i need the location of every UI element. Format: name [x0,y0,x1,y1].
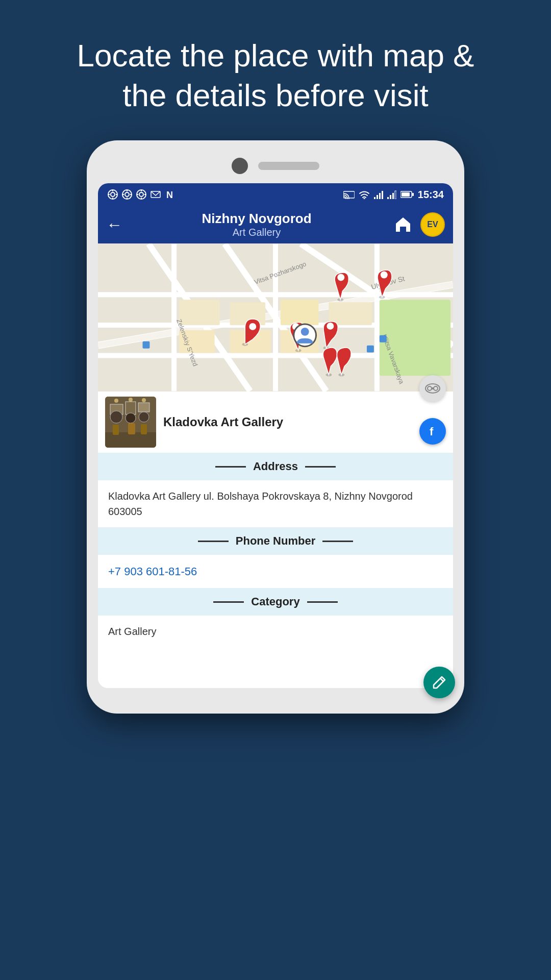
svg-point-70 [381,272,388,279]
svg-rect-33 [402,228,405,232]
svg-rect-58 [142,341,149,349]
place-card: Kladovka Art Gallery [98,391,453,453]
phone-notch [98,156,453,176]
edit-icon [432,675,447,688]
svg-point-21 [363,198,365,200]
svg-rect-46 [179,300,220,325]
app-bar: ← Nizhny Novgorod Art Gallery EV [98,206,453,243]
category-section-header: Category [98,588,453,616]
cat-header-line-left [213,601,244,603]
svg-point-7 [125,192,129,197]
svg-rect-92 [431,387,434,389]
status-time: 15:34 [418,189,444,201]
camera-icon-2 [121,189,133,200]
cast-icon [343,190,355,199]
camera-icon-3 [136,189,147,200]
svg-rect-27 [390,195,391,199]
svg-rect-53 [380,300,450,376]
phone-mockup: N [87,140,464,714]
notification-icons: N [107,189,176,200]
svg-point-87 [129,398,133,402]
svg-point-1 [111,192,115,197]
header-line-right [305,466,336,468]
thumbnail-image [105,397,156,448]
svg-rect-85 [141,424,147,434]
phone-header-line-right [322,541,353,542]
svg-rect-83 [113,425,119,435]
svg-rect-29 [395,191,396,199]
svg-rect-59 [367,346,374,353]
svg-point-66 [327,323,334,330]
place-name: Kladovka Art Gallery [163,415,446,429]
svg-rect-31 [402,192,410,197]
n-icon: N [164,189,176,200]
gallery-image [105,397,156,448]
svg-rect-48 [281,300,319,325]
svg-point-88 [142,398,146,402]
app-bar-actions: EV [391,212,445,237]
home-icon [394,215,412,234]
svg-rect-28 [392,193,394,199]
svg-text:f: f [430,425,434,438]
camera-icon-1 [107,189,118,200]
svg-rect-84 [128,423,135,434]
phone-speaker [258,162,319,170]
place-card-container: Kladovka Art Gallery f [98,391,453,453]
place-thumbnail [105,397,156,448]
svg-point-62 [249,323,256,330]
svg-point-90 [428,386,432,390]
status-right-icons: 15:34 [343,189,444,201]
svg-rect-23 [377,195,378,199]
svg-rect-22 [374,197,375,199]
app-bar-title: Nizhny Novgorod Art Gallery [122,211,391,238]
phone-camera [232,158,248,174]
svg-point-68 [337,274,344,281]
svg-rect-60 [380,335,387,342]
svg-point-74 [301,328,309,336]
vr-icon [425,383,440,394]
facebook-button[interactable]: f [419,418,446,445]
phone-screen: N [98,183,453,688]
svg-text:N: N [166,190,173,200]
svg-point-91 [434,386,438,390]
category-subtitle: Art Gallery [122,227,391,238]
svg-line-94 [440,678,443,681]
city-name: Nizhny Novgorod [122,211,391,227]
svg-rect-79 [138,403,149,412]
phone-content: +7 903 601-81-56 [98,555,453,588]
svg-point-86 [114,399,118,403]
phone-section-header: Phone Number [98,527,453,555]
svg-rect-78 [126,402,136,414]
back-button[interactable]: ← [106,215,122,234]
svg-point-80 [110,411,122,423]
logo-badge: EV [420,212,445,237]
bottom-spacer [98,647,453,688]
map-area[interactable]: Ulyanov St Ulitsa Vavarskaya Zelenskiy S… [98,243,453,391]
address-label: Address [253,460,298,473]
phone-link[interactable]: +7 903 601-81-56 [108,565,197,578]
category-content: Art Gallery [98,616,453,647]
address-content: Kladovka Art Gallery ul. Bolshaya Pokrov… [98,480,453,527]
home-button[interactable] [391,212,415,237]
address-section-header: Address [98,453,453,480]
svg-point-82 [139,412,149,422]
battery-icon [400,191,414,198]
svg-rect-32 [412,193,414,196]
cat-header-line-right [307,601,338,603]
facebook-icon: f [425,424,440,438]
svg-rect-49 [329,302,372,325]
svg-rect-76 [105,432,156,448]
phone-label: Phone Number [236,534,315,548]
svg-point-13 [139,192,143,197]
gmail-icon [150,189,161,200]
phone-header-line-left [198,541,229,542]
svg-point-81 [126,413,136,423]
hero-title: Locate the place with map & the details … [0,0,551,140]
category-label: Category [251,595,299,608]
map-svg: Ulyanov St Ulitsa Vavarskaya Zelenskiy S… [98,243,453,391]
svg-rect-24 [379,193,381,199]
wifi-icon [359,190,370,199]
svg-rect-25 [382,191,383,199]
vr-button[interactable] [419,375,446,402]
signal-icon [374,190,383,199]
